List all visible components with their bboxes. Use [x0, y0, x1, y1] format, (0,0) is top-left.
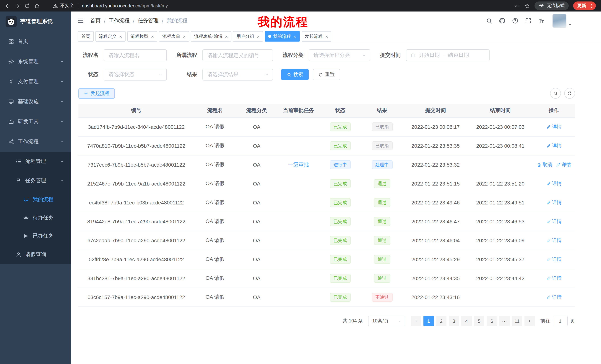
security-indicator[interactable]: 不安全	[53, 3, 74, 9]
close-icon[interactable]: ×	[225, 34, 228, 39]
close-icon[interactable]: ×	[293, 34, 296, 39]
next-page-button[interactable]	[524, 316, 535, 326]
submit-time-range-picker[interactable]: 开始日期 - 结束日期	[406, 49, 490, 61]
fullscreen-icon[interactable]	[525, 18, 531, 24]
refresh-list-button[interactable]	[564, 88, 575, 99]
sidebar-item-payment-mgmt[interactable]: 支付管理	[0, 72, 71, 92]
create-process-button[interactable]: 发起流程	[78, 88, 115, 98]
browser-toolbar: 不安全 dashboard.yudao.iocoder.cn/bpm/task/…	[0, 0, 601, 11]
sidebar-item-system-mgmt[interactable]: 系统管理	[0, 52, 71, 72]
tab-create-process[interactable]: 发起流程×	[301, 31, 331, 42]
search-button[interactable]: 搜索	[281, 69, 309, 80]
detail-link[interactable]: 详情	[546, 180, 562, 187]
breadcrumb-item[interactable]: 工作流程	[109, 18, 130, 24]
sidebar-item-label: 我的流程	[33, 196, 53, 203]
tab-user-group[interactable]: 用户分组×	[233, 31, 263, 42]
browser-forward-button[interactable]	[13, 1, 22, 10]
page-button-11[interactable]: 11	[512, 316, 522, 326]
sidebar-item-leave-query[interactable]: 请假查询	[0, 245, 71, 264]
browser-update-button[interactable]: 更新	[573, 1, 596, 10]
close-icon[interactable]: ×	[257, 34, 260, 39]
tab-home[interactable]: 首页	[78, 31, 94, 42]
page-size-select[interactable]: 10条/页	[368, 316, 405, 326]
tab-my-process[interactable]: 我的流程×	[265, 31, 300, 42]
sidebar-item-todo-tasks[interactable]: 待办任务	[0, 209, 71, 227]
calendar-icon	[411, 53, 416, 58]
tab-process-form-edit[interactable]: 流程表单-编辑×	[191, 31, 231, 42]
filter-form: 流程名 所属流程 流程分类 请选择流程分类 提交时间 开始日期 - 结束日期	[78, 49, 575, 80]
cell-status: 已完成	[320, 269, 361, 288]
sidebar-item-home[interactable]: 首页	[0, 31, 71, 52]
hamburger-menu-icon[interactable]	[77, 17, 84, 25]
detail-link[interactable]: 详情	[546, 275, 562, 282]
page-jump-input[interactable]	[553, 316, 568, 326]
cancel-link[interactable]: 取消	[537, 161, 552, 168]
browser-menu-icon[interactable]	[589, 3, 594, 8]
toggle-search-button[interactable]	[550, 88, 561, 99]
close-icon[interactable]: ×	[325, 34, 328, 39]
page-button-5[interactable]: 5	[474, 316, 484, 326]
detail-icon	[546, 125, 551, 129]
page-button-4[interactable]: 4	[461, 316, 472, 326]
sidebar-item-task-mgmt[interactable]: 任务管理	[0, 171, 71, 190]
current-task-link[interactable]: 一级审批	[288, 161, 309, 167]
github-icon[interactable]	[499, 18, 506, 24]
sidebar-item-my-process[interactable]: 我的流程	[0, 190, 71, 209]
result-select[interactable]: 请选择流结果	[202, 69, 273, 80]
breadcrumb-item[interactable]: 任务管理	[138, 18, 159, 24]
sidebar-item-done-tasks[interactable]: 已办任务	[0, 227, 71, 245]
user-icon	[16, 252, 21, 258]
tab-label: 流程定义	[99, 33, 117, 39]
page-button-1[interactable]: 1	[423, 316, 434, 326]
address-bar[interactable]: 不安全 dashboard.yudao.iocoder.cn/bpm/task/…	[53, 3, 168, 9]
page-button-6[interactable]: 6	[487, 316, 497, 326]
category-select[interactable]: 请选择流程分类	[309, 49, 370, 61]
page-button-2[interactable]: 2	[436, 316, 446, 326]
filter-label-category: 流程分类	[281, 52, 303, 59]
user-menu[interactable]	[552, 14, 572, 28]
result-badge: 通过	[374, 217, 390, 226]
detail-link[interactable]: 详情	[546, 124, 562, 130]
sidebar-item-dev-tools[interactable]: 研发工具	[0, 112, 71, 132]
breadcrumb-item[interactable]: 首页	[90, 18, 101, 24]
status-select[interactable]: 请选择状态	[104, 69, 167, 80]
filter-label-submit-time: 提交时间	[379, 52, 401, 59]
process-name-input[interactable]	[104, 49, 167, 61]
close-icon[interactable]: ×	[119, 34, 122, 39]
sidebar-item-workflow[interactable]: 工作流程	[0, 132, 71, 152]
bookmark-star-icon[interactable]	[524, 3, 530, 9]
prev-page-button[interactable]	[411, 316, 421, 326]
flag-icon	[16, 178, 21, 184]
active-dot	[268, 35, 271, 38]
cell-status: 已完成	[320, 212, 361, 231]
close-icon[interactable]: ×	[183, 34, 186, 39]
page-button-3[interactable]: 3	[449, 316, 459, 326]
search-icon[interactable]	[486, 18, 492, 24]
cell-id: 2152467e-7b9b-11ec-9a1b-acde48001122	[78, 174, 194, 193]
password-key-icon[interactable]	[514, 3, 520, 9]
browser-back-button[interactable]	[3, 1, 13, 10]
detail-link[interactable]: 详情	[546, 218, 562, 225]
sidebar-item-process-mgmt[interactable]: 流程管理	[0, 152, 71, 171]
detail-link[interactable]: 详情	[546, 256, 562, 263]
tab-process-form[interactable]: 流程表单×	[159, 31, 189, 42]
page-more-button[interactable]: ···	[499, 316, 510, 326]
app-logo[interactable]: 芋道管理系统	[0, 11, 71, 31]
detail-link[interactable]: 详情	[546, 143, 562, 149]
detail-link[interactable]: 详情	[546, 237, 562, 244]
font-size-icon[interactable]	[538, 18, 545, 24]
close-icon[interactable]: ×	[151, 34, 154, 39]
reset-button[interactable]: 重置	[313, 69, 340, 80]
browser-home-button[interactable]	[32, 1, 42, 10]
refresh-icon	[567, 91, 572, 96]
tab-process-definition[interactable]: 流程定义×	[95, 31, 125, 42]
process-id-input[interactable]	[202, 49, 273, 61]
tab-process-model[interactable]: 流程模型×	[127, 31, 157, 42]
detail-link[interactable]: 详情	[555, 161, 571, 168]
detail-link[interactable]: 详情	[546, 294, 562, 301]
help-icon[interactable]	[512, 18, 519, 24]
sidebar-item-infrastructure[interactable]: 基础设施	[0, 92, 71, 112]
browser-reload-button[interactable]	[22, 1, 32, 10]
detail-link[interactable]: 详情	[546, 199, 562, 206]
user-avatar[interactable]	[552, 14, 566, 28]
